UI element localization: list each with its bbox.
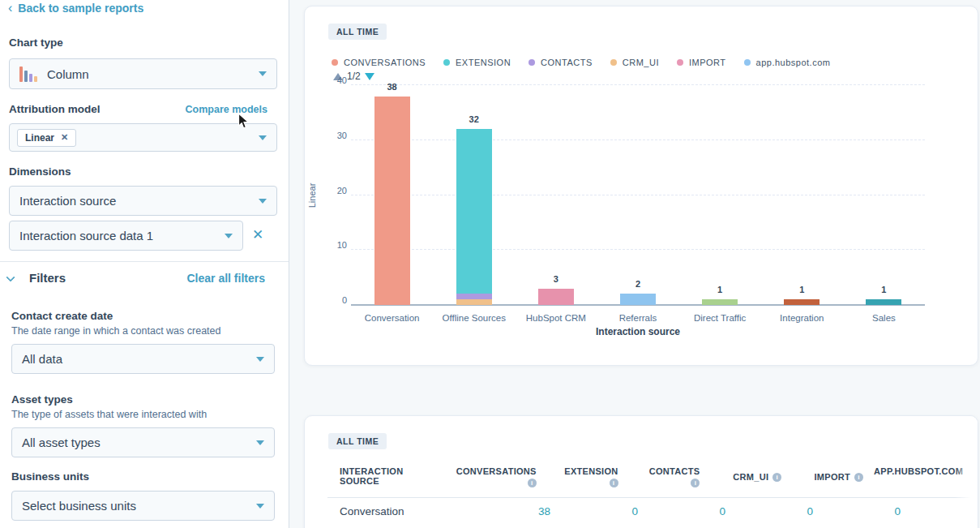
bar-segment-item[interactable]	[866, 299, 901, 305]
report-settings-sidebar: ‹ Back to sample reports Chart type Colu…	[0, 0, 289, 528]
bar-sales[interactable]	[866, 299, 901, 305]
legend-item-label: IMPORT	[689, 58, 726, 67]
bar-offline-sources[interactable]	[456, 129, 492, 305]
bar-segment-crm-ui[interactable]	[456, 299, 492, 305]
legend-dot-icon	[529, 59, 535, 66]
chevron-left-icon: ‹	[8, 2, 12, 15]
chart-type-value: Column	[47, 67, 89, 81]
legend-dot-icon	[744, 59, 751, 66]
bar-hubspot-crm[interactable]	[538, 289, 574, 305]
column-header-content: INTERACTION SOURCE	[340, 466, 455, 486]
info-icon[interactable]: i	[610, 479, 618, 487]
filters-section-label: Filters	[29, 271, 66, 285]
row-value-cell: 0	[638, 505, 725, 517]
row-value-cell: 38	[463, 505, 550, 517]
legend-item-app-hubspot-com[interactable]: app.hubspot.com	[744, 58, 831, 67]
y-tick-label: 30	[315, 131, 347, 140]
y-tick-label: 40	[315, 75, 347, 85]
legend-dot-icon	[443, 59, 450, 66]
attribution-model-select[interactable]: Linear ✕	[9, 123, 277, 152]
info-icon[interactable]: i	[772, 473, 781, 482]
legend-page-down-icon[interactable]	[365, 73, 374, 80]
bar-segment-item[interactable]	[702, 299, 738, 305]
column-header-label: EXTENSION	[564, 466, 618, 476]
remove-dimension-button[interactable]: ✕	[252, 226, 263, 243]
column-header-crm-ui[interactable]: CRM_UIi	[700, 466, 781, 482]
bar-segment-conversations[interactable]	[374, 97, 410, 305]
time-range-badge: ALL TIME	[328, 24, 387, 40]
category-label: Integration	[761, 313, 843, 323]
bar-segment-app-hubspot-com[interactable]	[620, 294, 656, 305]
legend-item-import[interactable]: IMPORT	[677, 58, 726, 67]
bar-segment-extension[interactable]	[456, 129, 492, 294]
remove-model-icon[interactable]: ✕	[61, 132, 68, 143]
legend-item-crm-ui[interactable]: CRM_UI	[610, 58, 659, 67]
bar-referrals[interactable]	[620, 294, 656, 305]
info-icon[interactable]: i	[854, 473, 863, 482]
legend-dot-icon	[677, 59, 683, 66]
column-header-interaction-source[interactable]: INTERACTION SOURCE	[340, 466, 455, 486]
dimension-secondary-select[interactable]: Interaction source data 1	[9, 221, 243, 251]
legend-item-contacts[interactable]: CONTACTS	[529, 58, 593, 67]
attribution-table-card: ALL TIME INTERACTION SOURCECONVERSATIONS…	[304, 415, 978, 528]
back-to-sample-reports-link[interactable]: ‹ Back to sample reports	[8, 2, 143, 15]
table-header-row: INTERACTION SOURCECONVERSATIONSiEXTENSIO…	[305, 466, 978, 487]
category-label: Conversation	[351, 313, 433, 323]
bar-segment-import[interactable]	[538, 289, 574, 305]
dimension-primary-select[interactable]: Interaction source	[9, 186, 277, 216]
business-units-select[interactable]: Select business units	[11, 491, 275, 521]
row-value-link[interactable]: 0	[631, 505, 638, 517]
selected-model-label: Linear	[25, 132, 54, 144]
legend-item-label: EXTENSION	[456, 58, 511, 67]
info-icon[interactable]: i	[691, 479, 700, 487]
selected-model-chip: Linear ✕	[17, 129, 76, 147]
legend-item-extension[interactable]: EXTENSION	[443, 58, 511, 67]
column-header-label: IMPORT	[814, 472, 850, 482]
dimension-primary-value: Interaction source	[19, 194, 116, 208]
column-header-conversations[interactable]: CONVERSATIONSi	[455, 466, 537, 487]
business-units-label: Business units	[11, 470, 89, 483]
row-value-link[interactable]: 0	[894, 505, 901, 517]
asset-types-value: All asset types	[22, 436, 101, 449]
y-tick-label: 10	[315, 240, 347, 250]
column-header-label: APP.HUBSPOT.COM	[874, 466, 963, 476]
bar-conversation[interactable]	[374, 97, 410, 305]
contact-create-date-select[interactable]: All data	[11, 344, 275, 374]
row-value-link[interactable]: 38	[538, 505, 550, 517]
bar-value-label: 1	[769, 285, 834, 294]
legend-item-label: CONVERSATIONS	[344, 58, 426, 67]
bar-integration[interactable]	[784, 299, 820, 305]
legend-item-conversations[interactable]: CONVERSATIONS	[332, 58, 426, 67]
gridline-30	[351, 140, 925, 140]
column-header-extension[interactable]: EXTENSIONi	[537, 466, 618, 487]
row-value-link[interactable]: 0	[807, 505, 813, 517]
time-range-badge: ALL TIME	[328, 433, 387, 449]
column-header-contacts[interactable]: CONTACTSi	[618, 466, 700, 487]
bar-value-label: 38	[360, 82, 425, 92]
asset-types-select[interactable]: All asset types	[11, 427, 275, 457]
bar-value-label: 1	[851, 285, 916, 294]
info-icon[interactable]: i	[528, 479, 537, 487]
column-header-import[interactable]: IMPORTi	[781, 466, 863, 482]
bar-direct-traffic[interactable]	[702, 299, 738, 305]
column-header-content: IMPORTi	[781, 472, 863, 482]
chart-type-select[interactable]: Column	[9, 58, 277, 89]
clear-all-filters-link[interactable]: Clear all filters	[187, 272, 266, 285]
asset-types-label: Asset types	[11, 393, 73, 406]
chart-plot: Linear Interaction source 01020304038Con…	[351, 85, 925, 305]
bar-segment-item[interactable]	[784, 299, 820, 305]
legend-dot-icon	[332, 59, 338, 66]
chevron-down-icon	[259, 71, 267, 76]
asset-types-description: The type of assets that were interacted …	[11, 409, 207, 420]
legend-dot-icon	[610, 59, 617, 66]
bar-value-label: 3	[524, 274, 588, 284]
bar-value-label: 2	[606, 279, 670, 289]
gridline-40	[351, 84, 925, 85]
chevron-down-icon	[256, 440, 264, 445]
chevron-down-icon	[256, 357, 264, 362]
bar-segment-contacts[interactable]	[456, 294, 492, 299]
compare-models-link[interactable]: Compare models	[186, 104, 267, 115]
row-value-link[interactable]: 0	[719, 505, 725, 517]
filters-collapse-icon[interactable]	[6, 273, 15, 281]
dimension-secondary-value: Interaction source data 1	[19, 229, 153, 243]
